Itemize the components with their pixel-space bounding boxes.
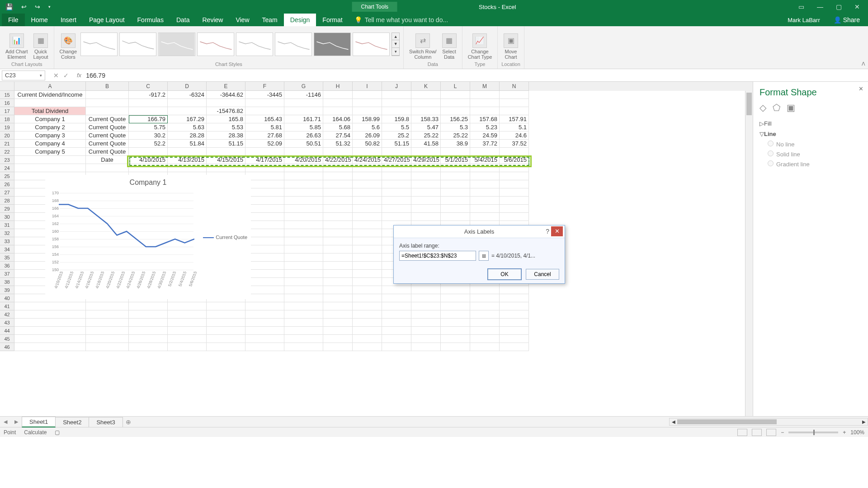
cell[interactable] [441, 319, 470, 327]
cell[interactable] [284, 164, 323, 172]
cell[interactable] [441, 286, 470, 294]
cell[interactable]: 38.9 [441, 140, 470, 148]
ok-button[interactable]: OK [488, 269, 521, 280]
cell[interactable] [382, 172, 411, 180]
cell[interactable]: 30.2 [129, 131, 168, 140]
cell[interactable] [441, 343, 470, 351]
cell[interactable]: 41.58 [411, 140, 441, 148]
cell[interactable] [323, 319, 353, 327]
cell[interactable] [245, 221, 284, 229]
cell[interactable] [441, 164, 470, 172]
cell[interactable] [129, 99, 168, 107]
cell[interactable]: -6324 [168, 91, 207, 99]
cell[interactable] [323, 302, 353, 310]
cell[interactable] [411, 343, 441, 351]
cell[interactable]: 27.68 [245, 131, 284, 140]
cell[interactable] [411, 180, 441, 188]
cell[interactable] [382, 213, 411, 221]
cell[interactable]: 167.29 [168, 115, 207, 123]
cell[interactable]: Company 4 [14, 140, 86, 148]
cell[interactable] [382, 197, 411, 205]
cell[interactable] [14, 302, 86, 310]
cell[interactable] [382, 319, 411, 327]
macro-record-icon[interactable]: ▢ [55, 429, 60, 436]
cell[interactable] [86, 99, 129, 107]
cell[interactable]: -917.2 [129, 91, 168, 99]
cell[interactable] [323, 91, 353, 99]
cell[interactable] [86, 335, 129, 343]
cell[interactable] [500, 302, 529, 310]
page-layout-view-button[interactable] [752, 429, 762, 436]
cell[interactable] [245, 310, 284, 319]
cell[interactable] [323, 213, 353, 221]
cell[interactable] [323, 164, 353, 172]
cell[interactable]: 52.09 [245, 140, 284, 148]
close-icon[interactable]: ✕ [854, 3, 860, 10]
cell[interactable] [168, 107, 207, 115]
cell[interactable] [168, 327, 207, 335]
gallery-scroll-up[interactable]: ▲ [392, 33, 399, 41]
cell[interactable] [323, 245, 353, 253]
cell[interactable] [441, 172, 470, 180]
cell[interactable] [353, 270, 382, 278]
row-header[interactable]: 39 [0, 286, 14, 294]
cell[interactable] [284, 213, 323, 221]
cell[interactable] [411, 310, 441, 319]
cell[interactable] [86, 91, 129, 99]
cell[interactable] [411, 107, 441, 115]
cell[interactable] [470, 302, 500, 310]
cell[interactable] [284, 335, 323, 343]
cell[interactable] [284, 99, 323, 107]
cell[interactable]: 5.68 [323, 123, 353, 131]
cell[interactable] [382, 205, 411, 213]
cell[interactable] [441, 294, 470, 302]
cell[interactable] [245, 205, 284, 213]
cell[interactable]: -3445 [245, 91, 284, 99]
cell[interactable]: Date [86, 156, 129, 164]
cell[interactable]: 166.79 [129, 115, 168, 123]
cell[interactable] [470, 327, 500, 335]
fill-line-tab-icon[interactable]: ◇ [760, 102, 766, 113]
cell[interactable] [129, 319, 168, 327]
cell[interactable] [470, 172, 500, 180]
formula-value[interactable]: 166.79 [86, 72, 105, 79]
cell[interactable] [323, 294, 353, 302]
gallery-scroll-down[interactable]: ▼ [392, 40, 399, 48]
cell[interactable] [284, 148, 323, 156]
cell[interactable] [86, 310, 129, 319]
vscroll-thumb[interactable] [746, 93, 752, 115]
cell[interactable]: 25.2 [382, 131, 411, 140]
cell[interactable]: -15476.82 [207, 107, 245, 115]
cell[interactable]: 4/13/2015 [168, 156, 207, 164]
cell[interactable]: 165.43 [245, 115, 284, 123]
cell[interactable] [245, 302, 284, 310]
cell[interactable]: 26.09 [353, 131, 382, 140]
cell[interactable]: 4/20/2015 [284, 156, 323, 164]
cell[interactable] [500, 335, 529, 343]
cell[interactable]: 50.51 [284, 140, 323, 148]
row-header[interactable]: 25 [0, 172, 14, 180]
cell[interactable] [168, 310, 207, 319]
cell[interactable] [382, 302, 411, 310]
cell[interactable]: 51.15 [382, 140, 411, 148]
cell[interactable] [470, 343, 500, 351]
cell[interactable] [353, 148, 382, 156]
cell[interactable] [470, 180, 500, 188]
cell[interactable] [441, 327, 470, 335]
row-header[interactable]: 43 [0, 319, 14, 327]
cell[interactable] [284, 180, 323, 188]
cell[interactable] [353, 180, 382, 188]
col-header-K[interactable]: K [411, 82, 441, 91]
cell[interactable]: 26.63 [284, 131, 323, 140]
cell[interactable] [441, 213, 470, 221]
cell[interactable] [245, 335, 284, 343]
cell[interactable] [207, 335, 245, 343]
cell[interactable]: Total Dividend [14, 107, 86, 115]
cell[interactable]: 161.71 [284, 115, 323, 123]
row-header[interactable]: 17 [0, 107, 14, 115]
cell[interactable] [284, 237, 323, 245]
cell[interactable]: 5.47 [411, 123, 441, 131]
cell[interactable] [353, 302, 382, 310]
cell[interactable]: 156.25 [441, 115, 470, 123]
cell[interactable] [411, 302, 441, 310]
